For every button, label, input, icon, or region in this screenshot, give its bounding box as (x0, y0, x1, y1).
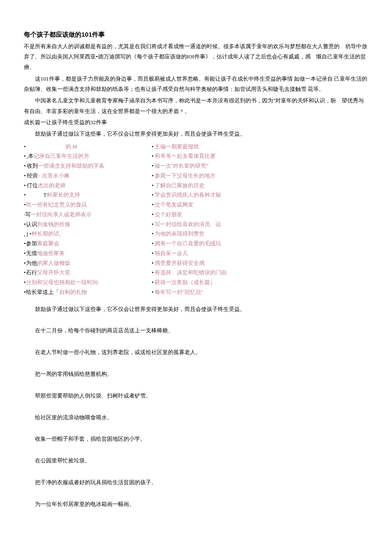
bullet-icon: • (152, 288, 154, 297)
list-item: •给长辈送上「自制的礼物 (24, 288, 152, 297)
list-item: •为他的家人做顿饭 (24, 259, 152, 268)
body-para: 在公园里帮忙捡垃圾。 (24, 456, 368, 465)
list-item-text: 交个笔友或网友 (155, 200, 193, 210)
list-item: • 收到一些满含支持和鼓励的字条 (24, 161, 152, 171)
list-item-text: 收到一些满含支持和鼓励的字条 (27, 161, 104, 171)
bullet-icon: • (152, 151, 154, 161)
list-item-text: •吃一些有纪念意义的食品 (24, 200, 87, 210)
right-column: •主编一期家庭报纸•和爷爷一起去看体育比赛•做一次''对长辈的研究"•参观一下父… (152, 142, 280, 297)
body-para: 帮那些需要帮助的人倒垃圾、扫树叶或者铲雪。 (24, 392, 368, 401)
bullet-icon: • (24, 142, 26, 152)
bullet-icon: • (152, 229, 154, 239)
list-item-text: 独自呆一会儿 (155, 249, 188, 259)
body-para: 把一周的零用钱捐给慈善机构。 (24, 370, 368, 379)
list-item: •拥有一个自己喜爱的毛绒玩 (152, 239, 280, 249)
bullet-icon: • (24, 161, 26, 171)
list-item-text: 交个好朋友 (155, 210, 182, 220)
list-item-text: ·写一封信向亲人或老师表示 (24, 210, 92, 220)
bullet-icon: • (152, 190, 154, 200)
body-para: 在老人节时做一些小礼物，送到养老院，或送给社区里的孤寡老人。 (24, 348, 368, 357)
list-item: •吃一些有纪念意义的食品 (24, 200, 152, 210)
list-item-text: •给长辈送上「自制的礼物 (24, 288, 87, 297)
list-item-text: •分别和父母也独相处一段时间 (24, 278, 98, 288)
list-item-text: •参加家庭聚会 (24, 239, 59, 249)
bullet-icon: • (152, 161, 154, 171)
list-item-text: 主编一期家庭报纸 (155, 142, 199, 152)
intro-section: 不是所有来自大人的训诫都是有益的，尤其是在我们将成才看成惟一通道的时候。很多本该… (24, 41, 368, 117)
bullet-icon: • (152, 278, 154, 288)
list-item-text: •认识到金钱的价难 (24, 220, 70, 230)
list-item: •独自呆一会儿 (152, 249, 280, 259)
intro-para-3: 中国著名儿童文学和儿童教育专家梅子涵亲自为本书写序，称此书是一本并没有很迟到的书… (24, 96, 368, 116)
bullet-icon: • (24, 151, 26, 161)
list-item-text: 和爷爷一起去看体育比赛 (155, 151, 216, 161)
list-item: •有选择、决定和犯错误的门由 (152, 268, 280, 278)
list-item: •参加家庭聚会 (24, 239, 152, 249)
list-item: • T科家长的支持 (24, 190, 152, 200)
list-item: •每年写一封"回忆信" (152, 288, 280, 297)
bullet-icon: • (152, 210, 154, 220)
body-para: 给社区里的流浪动物喂食喂水。 (24, 413, 368, 422)
bullet-icon: • (152, 259, 154, 268)
list-item: •认识到金钱的价难 (24, 220, 152, 230)
bullet-icon: • (24, 181, 26, 191)
body-para: 收集一些帽子和手套，捐给贫困地区的小学。 (24, 435, 368, 444)
list-item-text: •为他的家人做顿饭 (24, 259, 70, 268)
list-item: , j •种长期的话, (24, 229, 152, 239)
list-item-text: 经营 · 次茶水小摊 (27, 171, 70, 181)
list-item: •了解自己家族的历史 (152, 181, 280, 191)
list-item: •为他的表现得到赞赏 (152, 229, 280, 239)
list-item: •做一次''对长辈的研究" (152, 161, 280, 171)
list-item: •交个好朋友 (152, 210, 280, 220)
list-item: •获得一次奖励（成长篇） (152, 278, 280, 288)
bullet-icon: • (24, 171, 26, 181)
bullet-icon: • (152, 220, 154, 230)
list-item-text: 仃位杰出的老师 (27, 181, 66, 191)
list-columns: • 的 M•,本记录自己童年生活的另• 收到一些满含支持和鼓励的字条• 经营 ·… (24, 142, 368, 297)
list-item-text: •无偿地做些家务 (24, 249, 65, 259)
list-item: •,本记录自己童年生活的另 (24, 151, 152, 161)
list-item-text: 每年写一封"回忆信" (155, 288, 204, 297)
list-item-text: 有选择、决定和犯错误的门由 (155, 268, 227, 278)
intro-para-1: 不是所有来自大人的训诫都是有益的，尤其是在我们将成才看成惟一通道的时候。很多本该… (24, 41, 368, 73)
list-item: •参观一下父母生长的地方 (152, 171, 280, 181)
list-item-text: •石行父母开怀大笑 (24, 268, 70, 278)
list-item-text: 的 M (27, 142, 78, 152)
bullet-icon: • (152, 142, 154, 152)
bullet-icon: • (152, 200, 154, 210)
list-item: •写一封信给喜欢的演员、运 (152, 220, 280, 230)
list-item-text: , j •种长期的话, (24, 229, 61, 239)
list-item: • 经营 · 次茶水小摊 (24, 171, 152, 181)
list-item: ·写一封信向亲人或老师表示 (24, 210, 152, 220)
list-item: •无偿地做些家务 (24, 249, 152, 259)
list-item: •感受爱并获得安全感 (152, 259, 280, 268)
list-item-text: 获得一次奖励（成长篇） (155, 278, 216, 288)
list-item-text: 感受爱并获得安全感 (155, 259, 205, 268)
list-item: • 的 M (24, 142, 152, 152)
section-1-desc: 鼓励孩子通过做以下这些事，它不仅会让世界变得更加美好，而且会使孩子终生受益。 (24, 129, 368, 139)
list-item: •石行父母开怀大笑 (24, 268, 152, 278)
bullet-icon: • (152, 239, 154, 249)
list-item-text: 做一次''对长辈的研究" (155, 161, 209, 171)
section-2-desc: 鼓励孩子通过做以下这些事，它不仅会让世界变得更加美好，而且会使孩子终生受益。 (24, 305, 368, 314)
section-1-heading: 成长篇一让孩子终生受益的32件事 (24, 117, 368, 128)
bullet-icon: • (24, 190, 26, 200)
list-item: •学会赏识残疾人的各种才能 (152, 190, 280, 200)
list-item-text: 写一封信给喜欢的演员、运 (155, 220, 221, 230)
document-title: 每个孩子都应该做的101件事 (24, 30, 368, 40)
list-item-text: 参观一下父母生长的地方 (155, 171, 216, 181)
bullet-icon: • (152, 249, 154, 259)
list-item: •交个笔友或网友 (152, 200, 280, 210)
list-item-text: T科家长的支持 (27, 190, 80, 200)
list-item-text: 学会赏识残疾人的各种才能 (155, 190, 221, 200)
body-para: 为一位年长邻居家里的电冰箱画一幅画。 (24, 500, 368, 509)
list-item-text: 了解自己家族的历史 (155, 181, 205, 191)
list-item-text: 拥有一个自己喜爱的毛绒玩 (155, 239, 221, 249)
list-item-text: ,本记录自己童年生活的另 (27, 151, 89, 161)
list-item: •分别和父母也独相处一段时间 (24, 278, 152, 288)
body-paragraphs: 鼓励孩子通过做以下这些事，它不仅会让世界变得更加美好，而且会使孩子终生受益。 在… (24, 305, 368, 509)
list-item-text: 为他的表现得到赞赏 (155, 229, 205, 239)
bullet-icon: • (152, 171, 154, 181)
left-column: • 的 M•,本记录自己童年生活的另• 收到一些满含支持和鼓励的字条• 经营 ·… (24, 142, 152, 297)
list-item: •和爷爷一起去看体育比赛 (152, 151, 280, 161)
